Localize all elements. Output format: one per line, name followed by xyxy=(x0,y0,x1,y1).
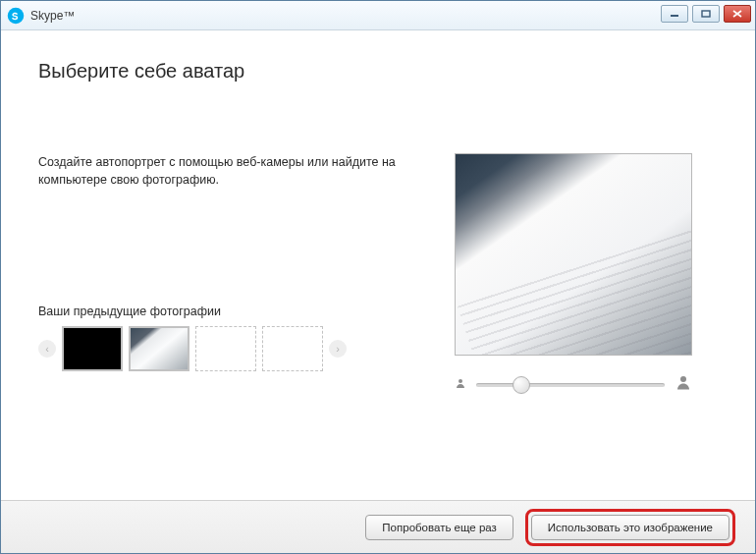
thumbnail-2[interactable] xyxy=(129,326,189,371)
zoom-slider[interactable] xyxy=(476,375,665,395)
maximize-icon xyxy=(701,10,711,18)
minimize-button[interactable] xyxy=(661,5,688,23)
minimize-icon xyxy=(670,10,679,18)
description-text: Создайте автопортрет с помощью веб-камер… xyxy=(38,153,402,189)
use-image-button[interactable]: Использовать это изображение xyxy=(531,515,729,540)
thumbnail-empty-1[interactable] xyxy=(195,326,256,371)
window-controls xyxy=(661,5,751,23)
retry-button-label: Попробовать еще раз xyxy=(382,522,497,533)
window-title: Skype™ xyxy=(30,9,75,23)
use-image-button-label: Использовать это изображение xyxy=(548,522,713,533)
person-small-icon xyxy=(455,377,466,392)
zoom-control xyxy=(455,373,692,396)
close-icon xyxy=(732,10,742,18)
skype-icon xyxy=(7,7,25,25)
close-button[interactable] xyxy=(724,5,751,23)
retry-button[interactable]: Попробовать еще раз xyxy=(365,515,513,540)
use-button-highlight: Использовать это изображение xyxy=(525,509,735,546)
window-frame: Skype™ Выберите себе аватар Создайте авт… xyxy=(0,0,756,554)
main-row: Создайте автопортрет с помощью веб-камер… xyxy=(38,153,718,396)
right-column xyxy=(429,153,718,396)
previous-photos-label: Ваши предыдущие фотографии xyxy=(38,305,402,318)
left-column: Создайте автопортрет с помощью веб-камер… xyxy=(38,153,402,396)
thumbnail-empty-2[interactable] xyxy=(262,326,323,371)
titlebar: Skype™ xyxy=(1,1,755,30)
avatar-preview xyxy=(455,153,692,356)
svg-rect-1 xyxy=(671,15,678,17)
svg-rect-2 xyxy=(702,11,710,17)
chevron-left-icon: ‹ xyxy=(45,343,49,355)
slider-thumb[interactable] xyxy=(513,376,530,394)
svg-point-4 xyxy=(680,376,686,382)
footer-bar: Попробовать еще раз Использовать это изо… xyxy=(1,500,755,553)
maximize-button[interactable] xyxy=(692,5,720,23)
thumbs-next-button[interactable]: › xyxy=(329,340,347,358)
content-area: Выберите себе аватар Создайте автопортре… xyxy=(1,30,755,396)
chevron-right-icon: › xyxy=(336,343,340,355)
page-title: Выберите себе аватар xyxy=(38,60,718,83)
svg-point-3 xyxy=(459,379,462,383)
person-large-icon xyxy=(675,373,692,396)
slider-track xyxy=(476,383,665,387)
thumbs-prev-button[interactable]: ‹ xyxy=(38,340,56,358)
thumbnail-1[interactable] xyxy=(62,326,123,371)
thumbnails-row: ‹ › xyxy=(38,326,402,371)
